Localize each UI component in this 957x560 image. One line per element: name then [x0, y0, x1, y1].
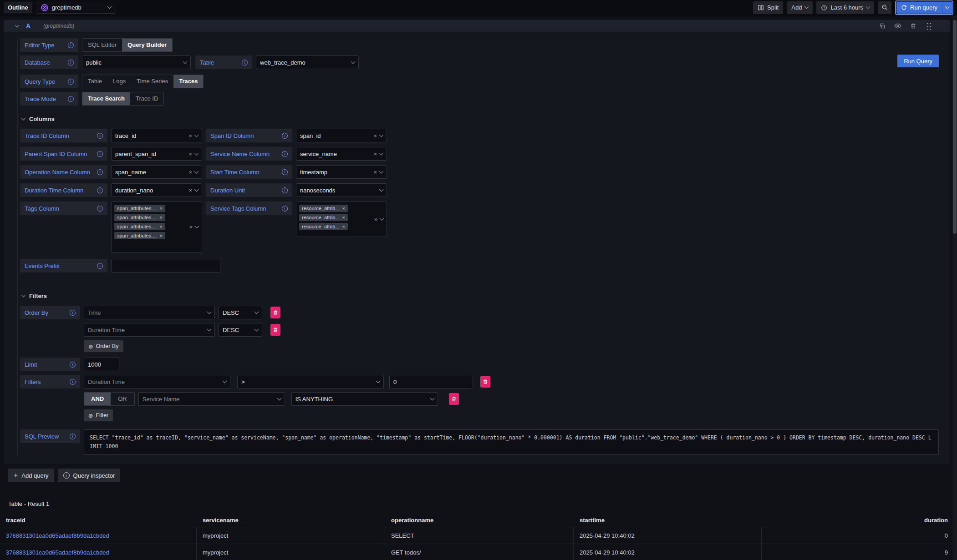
- clear-icon[interactable]: ×: [188, 187, 192, 193]
- order-by-field-select[interactable]: Duration Time: [84, 323, 215, 337]
- disable-query-button[interactable]: [892, 22, 903, 30]
- clear-icon[interactable]: ×: [188, 151, 192, 157]
- drag-query-handle[interactable]: [923, 22, 934, 30]
- time-range-picker[interactable]: Last 6 hours: [816, 1, 874, 14]
- clear-icon[interactable]: ×: [373, 133, 377, 139]
- add-button[interactable]: Add: [787, 1, 813, 14]
- remove-chip-icon[interactable]: ×: [159, 233, 162, 238]
- info-icon[interactable]: i: [68, 42, 74, 48]
- info-icon[interactable]: i: [242, 60, 248, 66]
- remove-chip-icon[interactable]: ×: [159, 206, 162, 211]
- tags-column-multiselect[interactable]: span_attributes....× span_attributes....…: [111, 202, 202, 252]
- duration-time-column-select[interactable]: duration_nano×: [111, 183, 202, 197]
- database-select[interactable]: public: [82, 55, 191, 69]
- filter-field-select[interactable]: Duration Time: [84, 375, 230, 388]
- add-order-by-button[interactable]: ⊕Order By: [84, 340, 123, 352]
- trace-id-link[interactable]: 3768831301ea0d65adaef8b9da1cbded: [6, 532, 109, 539]
- remove-chip-icon[interactable]: ×: [342, 224, 345, 229]
- filter-field-select[interactable]: Service Name: [138, 392, 285, 406]
- clear-icon[interactable]: ×: [188, 133, 192, 139]
- info-icon[interactable]: i: [97, 169, 103, 175]
- span-id-column-select[interactable]: span_id×: [296, 129, 387, 142]
- add-filter-button[interactable]: ⊕Filter: [84, 409, 113, 421]
- trace-search-option[interactable]: Trace Search: [82, 92, 130, 105]
- add-query-button[interactable]: + Add query: [8, 469, 54, 482]
- query-inspector-button[interactable]: i Query inspector: [58, 469, 121, 482]
- query-type-time-series-option[interactable]: Time Series: [131, 75, 173, 88]
- remove-order-by-button[interactable]: [270, 307, 280, 318]
- operation-name-column-select[interactable]: span_name×: [111, 165, 202, 179]
- columns-section-header[interactable]: Columns: [22, 116, 939, 122]
- info-icon[interactable]: i: [97, 151, 103, 157]
- filter-value-input[interactable]: 0: [389, 375, 473, 388]
- clear-icon[interactable]: ×: [188, 169, 192, 175]
- remove-chip-icon[interactable]: ×: [342, 215, 345, 220]
- or-option[interactable]: OR: [111, 393, 134, 405]
- outline-button[interactable]: Outline: [4, 2, 32, 13]
- order-by-direction-select[interactable]: DESC: [219, 306, 262, 319]
- info-icon[interactable]: i: [97, 206, 103, 212]
- remove-chip-icon[interactable]: ×: [342, 206, 345, 211]
- filter-operator-select[interactable]: IS ANYTHING: [291, 392, 438, 406]
- remove-filter-button[interactable]: [480, 376, 490, 388]
- clear-all-icon[interactable]: ×: [189, 224, 193, 230]
- order-by-direction-select[interactable]: DESC: [219, 323, 262, 337]
- query-type-traces-option[interactable]: Traces: [173, 75, 203, 88]
- info-icon[interactable]: i: [97, 263, 103, 269]
- info-icon[interactable]: i: [70, 434, 76, 439]
- service-name-column-select[interactable]: service_name×: [296, 147, 387, 161]
- clear-icon[interactable]: ×: [373, 169, 377, 175]
- info-icon[interactable]: i: [282, 206, 288, 212]
- run-query-panel-button[interactable]: Run Query: [897, 55, 939, 67]
- and-option[interactable]: AND: [84, 393, 111, 405]
- split-button[interactable]: Split: [753, 1, 783, 14]
- info-icon[interactable]: i: [68, 96, 74, 102]
- column-header-traceid[interactable]: traceid: [0, 517, 197, 524]
- info-icon[interactable]: i: [97, 187, 103, 193]
- column-header-servicename[interactable]: servicename: [197, 517, 385, 524]
- remove-chip-icon[interactable]: ×: [159, 215, 162, 220]
- filter-operator-select[interactable]: >: [237, 375, 384, 388]
- info-icon[interactable]: i: [97, 133, 103, 139]
- trace-id-column-select[interactable]: trace_id×: [111, 129, 202, 142]
- table-select[interactable]: web_trace_demo: [256, 55, 359, 69]
- remove-chip-icon[interactable]: ×: [159, 224, 162, 229]
- info-icon[interactable]: i: [282, 187, 288, 193]
- query-type-logs-option[interactable]: Logs: [107, 75, 131, 88]
- run-query-options-button[interactable]: [942, 2, 952, 14]
- trace-id-link[interactable]: 3768831301ea0d65adaef8b9da1cbded: [6, 549, 109, 556]
- column-header-duration[interactable]: duration: [762, 517, 957, 524]
- duration-unit-select[interactable]: nanoseconds: [296, 183, 387, 197]
- info-icon[interactable]: i: [282, 133, 288, 139]
- events-prefix-input[interactable]: [111, 259, 220, 272]
- limit-input[interactable]: 1000: [84, 358, 119, 371]
- clear-all-icon[interactable]: ×: [374, 217, 377, 222]
- remove-filter-button[interactable]: [449, 393, 459, 405]
- info-icon[interactable]: i: [70, 310, 76, 316]
- zoom-out-time-button[interactable]: [878, 1, 891, 14]
- remove-order-by-button[interactable]: [270, 324, 280, 336]
- sql-editor-option[interactable]: SQL Editor: [82, 39, 122, 51]
- service-tags-column-multiselect[interactable]: resource_attrib...× resource_attrib...× …: [296, 202, 387, 237]
- collapse-query-chevron-icon[interactable]: [15, 23, 20, 27]
- clear-icon[interactable]: ×: [373, 151, 377, 157]
- query-builder-option[interactable]: Query Builder: [122, 39, 172, 51]
- info-icon[interactable]: i: [68, 60, 74, 66]
- run-query-button[interactable]: Run query: [896, 2, 942, 14]
- info-icon[interactable]: i: [70, 362, 76, 368]
- start-time-column-select[interactable]: timestamp×: [296, 165, 387, 179]
- order-by-field-select[interactable]: Time: [84, 306, 215, 319]
- info-icon[interactable]: i: [282, 169, 288, 175]
- filters-section-header[interactable]: Filters: [22, 293, 939, 299]
- remove-query-button[interactable]: [908, 23, 919, 29]
- info-icon[interactable]: i: [70, 379, 76, 385]
- column-header-operationname[interactable]: operationname: [385, 517, 574, 524]
- trace-id-option[interactable]: Trace ID: [130, 92, 163, 105]
- parent-span-id-column-select[interactable]: parent_span_id×: [111, 147, 202, 161]
- scrollbar-thumb[interactable]: [953, 20, 957, 234]
- datasource-picker[interactable]: greptimedb: [37, 2, 115, 14]
- duplicate-query-button[interactable]: [877, 23, 888, 29]
- query-type-table-option[interactable]: Table: [82, 75, 107, 88]
- info-icon[interactable]: i: [68, 79, 74, 85]
- info-icon[interactable]: i: [282, 151, 288, 157]
